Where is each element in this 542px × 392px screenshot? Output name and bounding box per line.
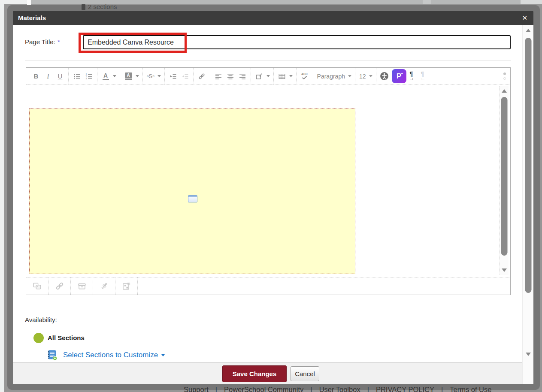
svg-text:3: 3: [86, 77, 87, 80]
underline-button[interactable]: U: [54, 70, 66, 83]
indent-icon[interactable]: [167, 70, 179, 83]
link-icon[interactable]: [196, 70, 208, 83]
numbered-list-icon[interactable]: 123: [83, 70, 95, 83]
select-sections-caret[interactable]: [161, 354, 165, 356]
toolbar-resize-grip[interactable]: [503, 72, 506, 80]
materials-modal: Materials ✕ Page Title:* B I U 123: [13, 11, 533, 384]
editor-scroll-thumb[interactable]: [501, 97, 507, 256]
insert-content-icon[interactable]: [253, 70, 265, 83]
italic-button[interactable]: I: [42, 70, 54, 83]
record-audio-icon[interactable]: [93, 277, 115, 295]
page-title-input[interactable]: [83, 35, 511, 49]
sub-superscript-caret[interactable]: [157, 75, 161, 77]
background-corner-strip: [521, 0, 542, 4]
required-marker: *: [58, 38, 60, 45]
close-icon[interactable]: ✕: [522, 14, 527, 22]
editor-scroll-down-icon[interactable]: [502, 268, 507, 272]
rich-text-editor: B I U 123 A: [26, 67, 511, 295]
text-color-caret[interactable]: [113, 75, 116, 77]
background-color-caret[interactable]: [136, 75, 139, 77]
align-center-icon[interactable]: [224, 70, 236, 83]
sub-superscript-icon[interactable]: aS3: [145, 70, 156, 83]
modal-header: Materials ✕: [13, 11, 533, 25]
align-right-icon[interactable]: [236, 70, 248, 83]
form-divider: [25, 60, 511, 60]
all-sections-label: All Sections: [48, 334, 85, 341]
powerschool-app-icon[interactable]: P ✦: [392, 69, 406, 83]
table-icon[interactable]: [276, 70, 288, 83]
availability-heading: Availability:: [25, 316, 57, 323]
embedded-iframe-placeholder[interactable]: [29, 109, 355, 274]
background-color-icon[interactable]: A: [122, 70, 134, 83]
ltr-paragraph-icon[interactable]: ¶ →: [408, 70, 419, 83]
editor-scrollbar[interactable]: [499, 86, 509, 275]
outdent-icon[interactable]: [179, 70, 191, 83]
iframe-placeholder-icon: [188, 195, 197, 202]
font-size-dropdown[interactable]: 12: [357, 73, 368, 80]
editor-content-area[interactable]: [26, 85, 510, 277]
background-left-gutter: [0, 4, 4, 392]
sections-notebook-icon: [46, 349, 58, 361]
paragraph-format-caret[interactable]: [348, 75, 351, 77]
text-color-icon[interactable]: A: [100, 70, 112, 83]
modal-title: Materials: [13, 14, 46, 21]
modal-scrollbar[interactable]: [522, 25, 533, 384]
background-page-band: [0, 0, 542, 4]
background-sidebar-strip: [0, 0, 27, 4]
modal-footer: Save Changes Cancel: [13, 362, 533, 384]
background-light-strip: [423, 0, 431, 4]
font-size-caret[interactable]: [369, 75, 372, 77]
cancel-button[interactable]: Cancel: [291, 366, 319, 381]
align-left-icon[interactable]: [212, 70, 224, 83]
embed-app-icon[interactable]: [115, 277, 138, 295]
bold-button[interactable]: B: [30, 70, 42, 83]
select-sections-link[interactable]: Select Sections to Customize: [63, 351, 166, 359]
rtl-paragraph-icon[interactable]: ¶ ←: [419, 70, 430, 83]
bullet-list-icon[interactable]: [71, 70, 83, 83]
insert-content-caret[interactable]: [266, 75, 270, 77]
insert-image-icon[interactable]: [26, 277, 48, 295]
paragraph-format-dropdown[interactable]: Paragraph: [315, 73, 347, 80]
editor-footer-toolbar: [26, 277, 510, 295]
modal-scroll-thumb[interactable]: [525, 38, 531, 293]
spellcheck-icon[interactable]: ABC: [299, 70, 311, 83]
editor-toolbar: B I U 123 A: [26, 68, 510, 85]
page-title-label: Page Title:*: [25, 38, 60, 45]
modal-scroll-up-icon[interactable]: [526, 29, 531, 32]
screen: 2 sections Support|PowerSchool Community…: [0, 0, 542, 392]
modal-scroll-down-icon[interactable]: [526, 353, 531, 356]
all-sections-status-dot: [33, 333, 44, 343]
save-changes-button[interactable]: Save Changes: [222, 365, 287, 382]
table-caret[interactable]: [289, 75, 293, 77]
accessibility-checker-icon[interactable]: [378, 70, 391, 83]
editor-scroll-up-icon[interactable]: [502, 89, 507, 93]
background-white-strip: [27, 0, 31, 5]
insert-link-icon[interactable]: [48, 277, 71, 295]
resources-icon[interactable]: [71, 277, 93, 295]
